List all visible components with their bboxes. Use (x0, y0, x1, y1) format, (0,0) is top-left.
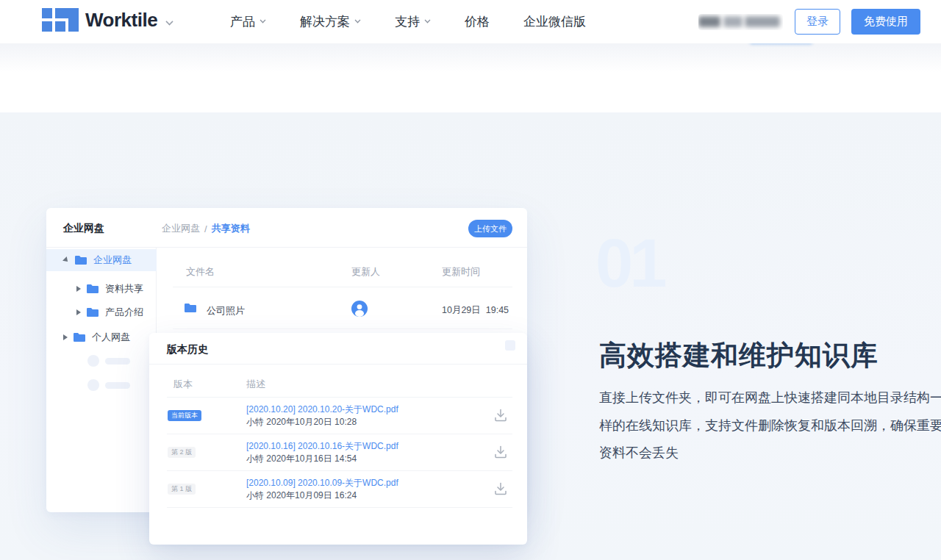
upload-file-button[interactable]: 上传文件 (468, 220, 512, 237)
divider (167, 507, 512, 508)
drive-title: 企业网盘 (63, 222, 104, 235)
caret-collapsed-icon[interactable] (63, 334, 68, 340)
brand-home-link[interactable]: Worktile (42, 7, 173, 32)
nav-item-label: 解决方案 (300, 13, 350, 30)
navbar-shadow-strip (0, 43, 941, 76)
updater-avatar (351, 301, 368, 317)
tree-item-label: 资料共享 (105, 282, 143, 295)
divider (173, 287, 512, 287)
worktile-logo-icon (42, 7, 79, 32)
main-nav: 产品 解决方案 支持 价格 企业微信版 (230, 0, 586, 43)
nav-item-label: 产品 (230, 13, 255, 30)
nav-item-wechat-work[interactable]: 企业微信版 (523, 13, 586, 30)
col-header-description: 描述 (246, 378, 265, 391)
breadcrumb: 企业网盘 / 共享资料 (162, 222, 250, 235)
brand-chevron-down-icon[interactable] (166, 15, 173, 28)
folder-icon (86, 284, 99, 294)
breadcrumb-parent[interactable]: 企业网盘 (162, 222, 200, 235)
version-history-modal: 版本历史 版本 描述 当前版本 [2020.10.20] 2020.10.20-… (149, 333, 527, 545)
download-icon[interactable] (493, 481, 508, 496)
tree-item-label: 个人网盘 (92, 331, 130, 344)
nav-item-solutions[interactable]: 解决方案 (300, 13, 361, 30)
caret-collapsed-icon[interactable] (76, 309, 81, 315)
folder-icon (184, 303, 197, 313)
breadcrumb-separator: / (204, 223, 207, 234)
version-row-current: 当前版本 [2020.10.20] 2020.10.20-关于WDC.pdf 小… (149, 397, 527, 434)
version-meta: 小特 2020年10月09日 16:24 (246, 489, 357, 502)
version-meta: 小特 2020年10月16日 14:54 (246, 453, 357, 465)
close-icon[interactable] (505, 340, 515, 351)
navbar-right: 登录 免费使用 (698, 0, 920, 43)
feature-title: 高效搭建和维护知识库 (599, 337, 879, 374)
caret-collapsed-icon[interactable] (76, 286, 81, 292)
folder-icon (74, 255, 87, 265)
nav-item-support[interactable]: 支持 (395, 13, 431, 30)
drive-header: 企业网盘 企业网盘 / 共享资料 上传文件 (46, 208, 527, 248)
tree-item-personal-drive[interactable]: 个人网盘 (46, 327, 157, 348)
free-trial-button[interactable]: 免费使用 (851, 9, 920, 35)
modal-title: 版本历史 (167, 343, 208, 356)
caret-expanded-icon[interactable] (62, 256, 70, 264)
chevron-down-icon (355, 18, 361, 24)
tree-item-label: 产品介绍 (105, 306, 143, 319)
nav-item-label: 价格 (465, 13, 490, 30)
skeleton-row (87, 379, 130, 391)
tree-item-enterprise-drive[interactable]: 企业网盘 (46, 249, 157, 271)
tree-item-product-intro[interactable]: 产品介绍 (46, 302, 157, 323)
version-badge: 第 1 版 (168, 484, 196, 495)
top-navbar: Worktile 产品 解决方案 支持 价格 企业微信版 (0, 0, 941, 43)
nav-item-label: 支持 (395, 13, 420, 30)
download-icon[interactable] (493, 445, 508, 459)
version-badge-current: 当前版本 (168, 410, 201, 421)
feature-index-watermark: 01 (595, 229, 663, 297)
tree-item-label: 企业网盘 (93, 254, 132, 267)
nav-item-products[interactable]: 产品 (230, 13, 266, 30)
drive-sidebar: 企业网盘 资料共享 产品介绍 个人网盘 (46, 248, 157, 512)
version-file-link[interactable]: [2020.10.20] 2020.10.20-关于WDC.pdf (246, 403, 398, 416)
feature-description: 直接上传文件夹，即可在网盘上快速搭建同本地目录结构一样的在线知识库，支持文件删除… (599, 384, 941, 467)
file-name: 公司照片 (207, 304, 245, 317)
file-row-company-photos[interactable]: 公司照片 10月29日 19:45 (157, 294, 527, 323)
version-file-link[interactable]: [2020.10.09] 2020.10.09-关于WDC.pdf (246, 477, 398, 489)
divider (173, 329, 512, 329)
col-header-updater: 更新人 (351, 265, 380, 279)
login-button[interactable]: 登录 (795, 9, 840, 35)
version-file-link[interactable]: [2020.10.16] 2020.10.16-关于WDC.pdf (246, 440, 398, 453)
folder-icon (73, 332, 86, 342)
page: Worktile 产品 解决方案 支持 价格 企业微信版 (0, 0, 941, 560)
breadcrumb-current: 共享资料 (212, 222, 250, 235)
version-row-1: 第 1 版 [2020.10.09] 2020.10.09-关于WDC.pdf … (149, 470, 527, 507)
version-badge: 第 2 版 (168, 447, 196, 458)
col-header-version: 版本 (173, 378, 193, 391)
brand-name: Worktile (85, 9, 157, 32)
nav-item-pricing[interactable]: 价格 (465, 13, 490, 30)
download-icon[interactable] (493, 408, 508, 423)
nav-item-label: 企业微信版 (523, 13, 586, 30)
tree-item-shared-docs[interactable]: 资料共享 (46, 279, 157, 299)
version-row-2: 第 2 版 [2020.10.16] 2020.10.16-关于WDC.pdf … (149, 434, 527, 470)
chevron-down-icon (425, 18, 431, 24)
col-header-updated-time: 更新时间 (442, 265, 480, 279)
col-header-filename: 文件名 (186, 265, 215, 279)
phone-number-redacted (698, 14, 783, 30)
chevron-down-icon (260, 18, 266, 24)
folder-icon (86, 307, 99, 317)
version-meta: 小特 2020年10月20日 10:28 (246, 416, 357, 428)
skeleton-row (87, 355, 130, 367)
divider (149, 364, 527, 365)
file-updated-time: 10月29日 19:45 (442, 304, 509, 317)
